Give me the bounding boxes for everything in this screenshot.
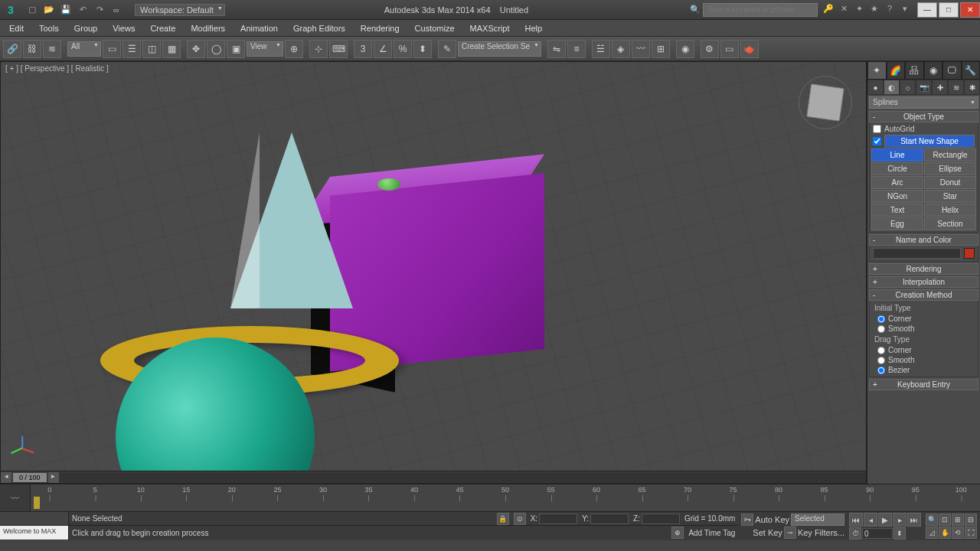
utilities-tab-icon[interactable]: 🔧 [962, 61, 981, 80]
start-new-shape-checkbox[interactable] [873, 137, 881, 145]
interpolation-rollout-header[interactable]: +Interpolation [869, 276, 978, 288]
motion-tab-icon[interactable]: ◉ [924, 61, 943, 80]
maximize-button[interactable]: □ [939, 2, 959, 18]
zoom-extents-all-icon[interactable]: ⊟ [965, 514, 977, 526]
selection-lock-icon[interactable]: 🔒 [497, 513, 509, 525]
z-coord-input[interactable] [642, 514, 680, 524]
maxscript-mini-listener[interactable] [0, 512, 68, 526]
drag-corner-radio[interactable] [877, 347, 885, 354]
name-and-color-rollout-header[interactable]: -Name and Color [869, 234, 978, 246]
viewcube[interactable] [799, 76, 852, 129]
qat-redo-icon[interactable]: ↷ [92, 2, 107, 18]
scale-icon[interactable]: ▣ [227, 40, 245, 58]
time-tag-icon[interactable]: ⊕ [671, 527, 684, 539]
exchange-icon[interactable]: ✕ [838, 4, 850, 16]
initial-smooth-radio[interactable] [877, 325, 885, 333]
viewport-label[interactable]: [ + ] [ Perspective ] [ Realistic ] [5, 64, 109, 73]
close-button[interactable]: ✕ [960, 2, 980, 18]
start-new-shape-button[interactable]: Start New Shape [884, 135, 975, 148]
isolate-icon[interactable]: ⊙ [514, 513, 526, 525]
angle-snap-icon[interactable]: ∠ [374, 40, 392, 58]
drag-bezier-radio[interactable] [877, 367, 885, 374]
pivot-icon[interactable]: ⊕ [285, 40, 303, 58]
menu-tools[interactable]: Tools [31, 21, 67, 35]
search-input[interactable] [703, 3, 818, 17]
mirror-icon[interactable]: ⇋ [547, 40, 566, 58]
menu-rendering[interactable]: Rendering [353, 21, 407, 35]
keyboard-entry-rollout-header[interactable]: +Keyboard Entry [869, 379, 978, 390]
trackbar-cursor[interactable] [34, 497, 40, 509]
help-icon[interactable]: ? [884, 4, 896, 16]
select-link-icon[interactable]: 🔗 [3, 40, 21, 58]
egg-button[interactable]: Egg [871, 217, 923, 230]
spacewarps-subtab-icon[interactable]: ≋ [948, 80, 964, 95]
selection-filter[interactable]: All [67, 41, 101, 57]
select-object-icon[interactable]: ▭ [103, 40, 121, 58]
move-icon[interactable]: ✥ [187, 40, 205, 58]
select-region-icon[interactable]: ◫ [142, 40, 161, 58]
goto-end-icon[interactable]: ⏭ [907, 513, 921, 527]
select-name-icon[interactable]: ☰ [122, 40, 141, 58]
zoom-all-icon[interactable]: ⊡ [939, 514, 951, 526]
key-mode-dropdown[interactable]: Selected [791, 514, 844, 526]
display-tab-icon[interactable]: 🖵 [942, 61, 962, 80]
graphite-icon[interactable]: ◈ [612, 40, 630, 58]
rendering-rollout-header[interactable]: +Rendering [869, 263, 978, 275]
star-button[interactable]: Star [924, 190, 976, 203]
set-key-lock-icon[interactable]: 🗝 [741, 514, 753, 526]
cameras-subtab-icon[interactable]: 📷 [916, 80, 932, 95]
help-dropdown-icon[interactable]: ▾ [899, 4, 911, 16]
shapes-subtab-icon[interactable]: ◐ [884, 80, 900, 95]
qat-open-icon[interactable]: 📂 [41, 2, 57, 18]
time-slider-prev-icon[interactable]: ◂ [1, 472, 11, 483]
comm-icon[interactable]: ✦ [853, 4, 865, 16]
autogrid-checkbox[interactable] [873, 125, 881, 133]
menu-animation[interactable]: Animation [233, 21, 286, 35]
qat-new-icon[interactable]: ▢ [24, 2, 40, 18]
setkey-button[interactable]: Set Key [753, 528, 782, 537]
object-color-swatch[interactable] [964, 248, 975, 259]
spinner-snap-icon[interactable]: ⬍ [413, 40, 432, 58]
section-button[interactable]: Section [924, 217, 976, 230]
object-name-input[interactable] [873, 248, 961, 259]
workspace-selector[interactable]: Workspace: Default [135, 4, 225, 16]
material-editor-icon[interactable]: ◉ [676, 40, 694, 58]
menu-edit[interactable]: Edit [2, 21, 31, 35]
key-filters-button[interactable]: Key Filters... [798, 528, 844, 537]
arc-button[interactable]: Arc [871, 176, 923, 189]
text-button[interactable]: Text [871, 204, 923, 217]
fov-icon[interactable]: ◿ [926, 527, 938, 539]
menu-help[interactable]: Help [518, 21, 550, 35]
shapes-category-dropdown[interactable]: Splines [869, 96, 978, 109]
helpers-subtab-icon[interactable]: ✚ [932, 80, 948, 95]
align-icon[interactable]: ≡ [567, 40, 586, 58]
helix-button[interactable]: Helix [924, 204, 976, 217]
perspective-viewport[interactable] [1, 62, 866, 471]
time-slider[interactable]: ◂ 0 / 100 ▸ [1, 471, 866, 483]
time-config-icon[interactable]: ⏱ [849, 527, 861, 540]
add-time-tag[interactable]: Add Time Tag [688, 529, 735, 537]
donut-button[interactable]: Donut [924, 176, 976, 189]
goto-start-icon[interactable]: ⏮ [849, 513, 863, 527]
current-frame-input[interactable] [862, 528, 893, 539]
drag-smooth-radio[interactable] [877, 357, 885, 364]
systems-subtab-icon[interactable]: ✱ [964, 80, 980, 95]
hierarchy-tab-icon[interactable]: 品 [905, 61, 924, 80]
qat-link-icon[interactable]: ∞ [109, 2, 124, 18]
window-crossing-icon[interactable]: ▦ [162, 40, 181, 58]
bind-space-warp-icon[interactable]: ≋ [43, 40, 61, 58]
trackbar-mini-curve-icon[interactable]: 〰 [0, 484, 31, 511]
line-button[interactable]: Line [871, 148, 923, 161]
render-setup-icon[interactable]: ⚙ [701, 40, 719, 58]
frame-spinner-icon[interactable]: ⬍ [893, 527, 906, 540]
menu-customize[interactable]: Customize [407, 21, 462, 35]
minimize-button[interactable]: — [917, 2, 937, 18]
menu-views[interactable]: Views [105, 21, 142, 35]
ngon-button[interactable]: NGon [871, 190, 923, 203]
ellipse-button[interactable]: Ellipse [924, 162, 976, 175]
maximize-viewport-icon[interactable]: ⛶ [965, 527, 977, 539]
rectangle-button[interactable]: Rectangle [924, 148, 976, 161]
render-icon[interactable]: 🫖 [740, 40, 759, 58]
menu-group[interactable]: Group [67, 21, 106, 35]
autokey-button[interactable]: Auto Key [755, 515, 789, 524]
